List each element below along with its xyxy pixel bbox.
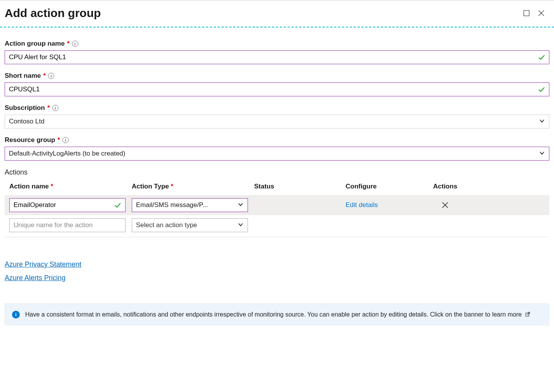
resource-group-select[interactable]: Default-ActivityLogAlerts (to be created… xyxy=(5,147,549,161)
short-name-label: Short name * i xyxy=(5,72,549,80)
col-status: Status xyxy=(254,183,339,190)
info-icon[interactable]: i xyxy=(62,137,69,143)
info-icon[interactable]: i xyxy=(52,105,58,111)
label-text: Action group name xyxy=(5,40,65,48)
subscription-label: Subscription * i xyxy=(5,104,549,112)
svg-rect-0 xyxy=(524,10,529,16)
label-text: Resource group xyxy=(5,136,55,144)
required-star: * xyxy=(43,72,46,80)
info-icon[interactable]: i xyxy=(72,41,78,47)
action-group-name-input[interactable] xyxy=(5,50,549,64)
actions-cell xyxy=(433,201,487,209)
info-icon: i xyxy=(12,311,20,318)
panel-header: Add action group xyxy=(0,0,554,27)
action-type-select[interactable]: Select an action type xyxy=(132,218,248,232)
col-configure: Configure xyxy=(346,183,427,190)
checkmark-icon xyxy=(538,53,545,61)
configure-cell: Edit details xyxy=(346,201,427,209)
edit-details-link[interactable]: Edit details xyxy=(346,201,378,209)
table-row: Select an action type xyxy=(5,215,549,235)
required-star: * xyxy=(47,104,50,112)
checkmark-icon xyxy=(538,86,545,93)
label-text: Subscription xyxy=(5,104,45,112)
resource-group-label: Resource group * i xyxy=(5,136,549,144)
short-name-input[interactable] xyxy=(5,82,549,96)
pricing-link[interactable]: Azure Alerts Pricing xyxy=(5,274,549,282)
delete-row-button[interactable] xyxy=(441,201,449,209)
info-icon[interactable]: i xyxy=(48,73,54,79)
banner-text: Have a consistent format in emails, noti… xyxy=(25,310,530,319)
action-name-input[interactable] xyxy=(9,218,126,232)
checkmark-icon xyxy=(114,201,122,209)
label-text: Short name xyxy=(5,72,41,80)
col-actions: Actions xyxy=(433,183,487,190)
actions-section-label: Actions xyxy=(5,168,549,176)
footer-links: Azure Privacy Statement Azure Alerts Pri… xyxy=(5,260,549,282)
col-action-name: Action name * xyxy=(9,183,126,190)
external-link-icon xyxy=(525,310,530,316)
maximize-icon[interactable] xyxy=(523,10,530,17)
required-star: * xyxy=(67,40,70,48)
page-title: Add action group xyxy=(5,7,523,20)
subscription-select[interactable]: Contoso Ltd xyxy=(5,115,549,128)
close-icon[interactable] xyxy=(538,10,545,17)
table-row: Email/SMS message/P... Edit details xyxy=(5,195,549,215)
action-type-select[interactable]: Email/SMS message/P... xyxy=(132,198,248,212)
privacy-link[interactable]: Azure Privacy Statement xyxy=(5,260,549,269)
actions-table: Action name * Action Type * Status Confi… xyxy=(5,183,549,237)
action-name-input[interactable] xyxy=(9,198,126,212)
required-star: * xyxy=(57,136,60,144)
actions-table-header: Action name * Action Type * Status Confi… xyxy=(5,183,549,195)
col-action-type: Action Type * xyxy=(132,183,248,190)
action-group-name-label: Action group name * i xyxy=(5,40,549,48)
info-banner[interactable]: i Have a consistent format in emails, no… xyxy=(5,303,549,325)
svg-line-6 xyxy=(527,312,530,315)
